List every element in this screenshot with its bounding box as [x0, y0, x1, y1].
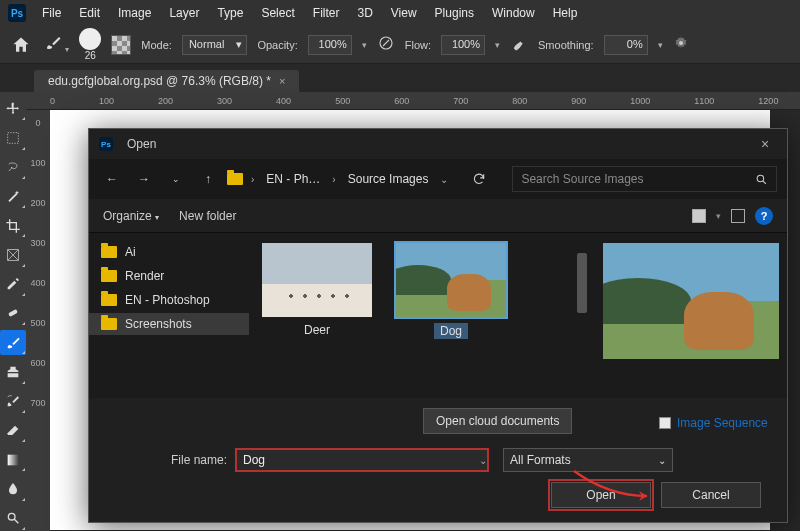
- blur-tool[interactable]: [0, 476, 26, 501]
- recent-dropdown-icon[interactable]: ⌄: [163, 166, 189, 192]
- document-tab-bar: edu.gcfglobal.org.psd @ 76.3% (RGB/8) * …: [0, 64, 800, 92]
- new-folder-button[interactable]: New folder: [179, 209, 236, 223]
- smoothing-input[interactable]: 0%: [604, 35, 648, 55]
- move-tool[interactable]: [0, 96, 26, 121]
- pressure-opacity-icon[interactable]: [377, 34, 395, 55]
- format-select[interactable]: All Formats⌄: [503, 448, 673, 472]
- menu-file[interactable]: File: [34, 3, 69, 23]
- opacity-input[interactable]: 100%: [308, 35, 352, 55]
- dialog-nav-bar: ← → ⌄ ↑ › EN - Ph… › Source Images ⌄ Sea…: [89, 159, 787, 199]
- crop-tool[interactable]: [0, 213, 26, 238]
- menu-3d[interactable]: 3D: [349, 3, 380, 23]
- dodge-tool[interactable]: [0, 506, 26, 531]
- options-bar: ▾ 26 Mode: Normal ▾ Opacity: 100%▾ Flow:…: [0, 26, 800, 64]
- close-tab-icon[interactable]: ×: [279, 75, 285, 87]
- up-icon[interactable]: ↑: [195, 166, 221, 192]
- thumbnail-caption: Dog: [434, 323, 468, 339]
- eraser-tool[interactable]: [0, 418, 26, 443]
- eyedropper-tool[interactable]: [0, 272, 26, 297]
- chevron-down-icon[interactable]: ⌄: [438, 174, 450, 185]
- breadcrumb[interactable]: › EN - Ph… › Source Images ⌄: [227, 170, 450, 188]
- menu-help[interactable]: Help: [545, 3, 586, 23]
- brush-preset-icon[interactable]: [111, 35, 131, 55]
- brush-size-preview[interactable]: 26: [79, 28, 101, 61]
- frame-tool[interactable]: [0, 242, 26, 267]
- menu-layer[interactable]: Layer: [161, 3, 207, 23]
- flow-input[interactable]: 100%: [441, 35, 485, 55]
- file-thumbnail[interactable]: Deer: [257, 243, 377, 337]
- svg-rect-4: [8, 309, 18, 317]
- menu-view[interactable]: View: [383, 3, 425, 23]
- menu-select[interactable]: Select: [253, 3, 302, 23]
- marquee-tool[interactable]: [0, 125, 26, 150]
- open-button[interactable]: Open: [551, 482, 651, 508]
- svg-rect-5: [8, 454, 19, 465]
- clone-stamp-tool[interactable]: [0, 359, 26, 384]
- menu-image[interactable]: Image: [110, 3, 159, 23]
- back-icon[interactable]: ←: [99, 166, 125, 192]
- breadcrumb-seg-2[interactable]: Source Images: [344, 170, 433, 188]
- thumbnail-panel[interactable]: Deer Dog Open cloud documents Image Sequ…: [249, 233, 787, 398]
- flow-label: Flow:: [405, 39, 431, 51]
- tree-item[interactable]: EN - Photoshop: [89, 289, 249, 311]
- image-sequence-checkbox[interactable]: Image Sequence: [659, 416, 768, 430]
- cancel-button[interactable]: Cancel: [661, 482, 761, 508]
- organize-button[interactable]: Organize ▾: [103, 209, 159, 223]
- brush-size-value: 26: [85, 50, 96, 61]
- breadcrumb-seg-1[interactable]: EN - Ph…: [262, 170, 324, 188]
- smoothing-gear-icon[interactable]: [673, 35, 689, 54]
- menu-plugins[interactable]: Plugins: [427, 3, 482, 23]
- airbrush-icon[interactable]: [510, 34, 528, 55]
- menu-type[interactable]: Type: [209, 3, 251, 23]
- menu-edit[interactable]: Edit: [71, 3, 108, 23]
- close-icon[interactable]: ×: [753, 136, 777, 152]
- tool-palette: [0, 92, 26, 531]
- search-input[interactable]: Search Source Images: [512, 166, 777, 192]
- forward-icon[interactable]: →: [131, 166, 157, 192]
- open-cloud-documents-button[interactable]: Open cloud documents: [423, 408, 572, 434]
- document-tab[interactable]: edu.gcfglobal.org.psd @ 76.3% (RGB/8) * …: [34, 70, 299, 92]
- svg-rect-2: [8, 133, 19, 144]
- checkbox-icon[interactable]: [659, 417, 671, 429]
- tree-item[interactable]: Render: [89, 265, 249, 287]
- folder-icon: [227, 173, 243, 185]
- refresh-icon[interactable]: [466, 166, 492, 192]
- opacity-label: Opacity:: [257, 39, 297, 51]
- photoshop-logo-icon: Ps: [8, 4, 26, 22]
- home-icon[interactable]: [8, 32, 34, 58]
- svg-point-7: [757, 175, 764, 182]
- folder-tree: Ai Render EN - Photoshop Screenshots: [89, 233, 249, 398]
- dialog-toolbar: Organize ▾ New folder ▾ ?: [89, 199, 787, 233]
- help-icon[interactable]: ?: [755, 207, 773, 225]
- view-mode-icon[interactable]: [692, 209, 706, 223]
- lasso-tool[interactable]: [0, 155, 26, 180]
- thumbnail-caption: Deer: [304, 323, 330, 337]
- mode-select[interactable]: Normal ▾: [182, 35, 247, 55]
- menubar: Ps File Edit Image Layer Type Select Fil…: [0, 0, 800, 26]
- preview-pane-icon[interactable]: [731, 209, 745, 223]
- chevron-right-icon[interactable]: ›: [249, 174, 256, 185]
- folder-icon: [101, 270, 117, 282]
- filename-input[interactable]: [235, 448, 489, 472]
- folder-icon: [101, 294, 117, 306]
- dialog-title: Open: [127, 137, 156, 151]
- healing-brush-tool[interactable]: [0, 301, 26, 326]
- dog-preview-icon: [603, 243, 779, 359]
- folder-icon: [101, 318, 117, 330]
- open-dialog: Ps Open × ← → ⌄ ↑ › EN - Ph… › Source Im…: [88, 128, 788, 523]
- brush-tool-icon[interactable]: ▾: [44, 34, 69, 55]
- brush-tool[interactable]: [0, 330, 26, 355]
- filename-label: File name:: [107, 453, 227, 467]
- file-thumbnail-selected[interactable]: Dog: [391, 243, 511, 339]
- tree-item[interactable]: Ai: [89, 241, 249, 263]
- tree-item[interactable]: Screenshots: [89, 313, 249, 335]
- chevron-right-icon[interactable]: ›: [330, 174, 337, 185]
- smoothing-label: Smoothing:: [538, 39, 594, 51]
- gradient-tool[interactable]: [0, 447, 26, 472]
- menu-window[interactable]: Window: [484, 3, 543, 23]
- menu-filter[interactable]: Filter: [305, 3, 348, 23]
- magic-wand-tool[interactable]: [0, 184, 26, 209]
- folder-icon: [101, 246, 117, 258]
- preview-thumbnail: [603, 243, 779, 359]
- history-brush-tool[interactable]: [0, 389, 26, 414]
